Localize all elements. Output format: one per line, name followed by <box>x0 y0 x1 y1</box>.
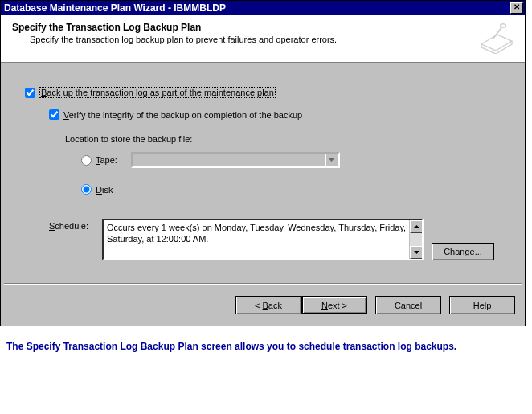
disk-radio-row: Disk <box>81 184 501 195</box>
schedule-text: Occurs every 1 week(s) on Monday, Tuesda… <box>107 223 406 244</box>
database-wizard-icon <box>478 22 515 54</box>
mnemonic: C <box>444 247 450 256</box>
chevron-up-icon <box>414 225 419 228</box>
backup-checkbox[interactable] <box>25 88 35 98</box>
mnemonic: N <box>321 301 328 310</box>
window-title: Database Maintenance Plan Wizard - IBMMB… <box>4 2 226 14</box>
tape-radio-label[interactable]: Tape: <box>96 155 117 165</box>
svg-point-0 <box>501 24 506 27</box>
label-rest: chedule: <box>55 221 88 231</box>
tape-dropdown[interactable] <box>131 152 340 168</box>
disk-radio[interactable] <box>81 184 92 195</box>
page-title: Specify the Transaction Log Backup Plan <box>12 22 478 33</box>
page-subtitle: Specify the transaction log backup plan … <box>12 35 478 44</box>
nav-button-pair: < Back Next > <box>235 296 367 314</box>
location-radio-group: Tape: Disk <box>25 152 501 195</box>
label-rest: erify the integrity of the backup on com… <box>69 110 302 120</box>
header-text-block: Specify the Transaction Log Backup Plan … <box>12 22 478 44</box>
wizard-header: Specify the Transaction Log Backup Plan … <box>1 15 525 63</box>
mnemonic: V <box>63 110 69 120</box>
label-rest: hange... <box>450 247 482 256</box>
schedule-row: Schedule: Occurs every 1 week(s) on Mond… <box>25 219 501 260</box>
scrollbar[interactable] <box>409 220 422 259</box>
mnemonic: D <box>96 185 102 195</box>
backup-checkbox-row: Back up the transaction log as part of t… <box>25 87 501 98</box>
wizard-window: Database Maintenance Plan Wizard - IBMMB… <box>0 0 526 326</box>
backup-checkbox-label[interactable]: Back up the transaction log as part of t… <box>39 87 276 98</box>
chevron-down-icon <box>414 251 419 254</box>
cancel-button[interactable]: Cancel <box>375 296 441 314</box>
label-rest: ape: <box>100 155 117 165</box>
tape-radio-row: Tape: <box>81 152 501 168</box>
schedule-textarea[interactable]: Occurs every 1 week(s) on Monday, Tuesda… <box>102 219 424 260</box>
label-rest: ack up the transaction log as part of th… <box>47 88 274 97</box>
verify-checkbox-row: Verify the integrity of the backup on co… <box>25 109 501 120</box>
label-rest: ext > <box>328 301 347 310</box>
label-rest: isk <box>102 185 113 195</box>
separator <box>4 283 522 285</box>
back-button[interactable]: < Back <box>235 296 301 314</box>
scroll-up-button[interactable] <box>410 220 423 233</box>
label-rest: ack <box>268 301 282 310</box>
verify-checkbox-label[interactable]: Verify the integrity of the backup on co… <box>63 110 302 120</box>
help-button[interactable]: Help <box>449 296 515 314</box>
schedule-label: Schedule: <box>49 219 94 231</box>
close-icon: ✕ <box>514 2 520 11</box>
dropdown-button[interactable] <box>325 154 338 166</box>
arrow: < <box>255 301 262 310</box>
disk-radio-label[interactable]: Disk <box>96 185 113 195</box>
close-button[interactable]: ✕ <box>510 2 523 14</box>
location-label: Location to store the backup file: <box>25 134 501 144</box>
next-button[interactable]: Next > <box>301 296 367 314</box>
titlebar: Database Maintenance Plan Wizard - IBMMB… <box>1 1 525 15</box>
scroll-down-button[interactable] <box>410 246 423 259</box>
tape-radio[interactable] <box>81 155 92 166</box>
wizard-body: Back up the transaction log as part of t… <box>1 63 525 268</box>
chevron-down-icon <box>329 158 334 162</box>
change-button[interactable]: Change... <box>432 243 494 260</box>
mnemonic: B <box>263 301 268 310</box>
change-button-wrap: Change... <box>432 219 494 260</box>
figure-caption: The Specify Transaction Log Backup Plan … <box>0 326 532 360</box>
verify-checkbox[interactable] <box>49 109 59 120</box>
wizard-footer: < Back Next > Cancel Help <box>1 293 525 326</box>
